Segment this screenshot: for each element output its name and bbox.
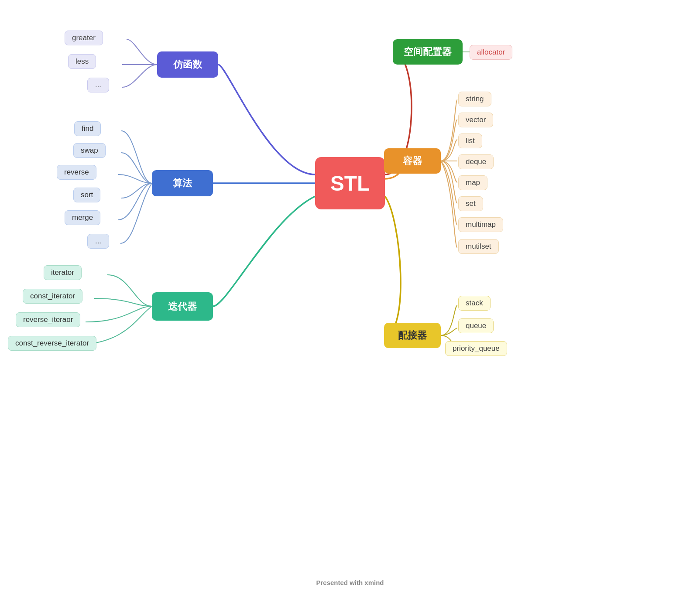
leaf-iterator: iterator bbox=[44, 265, 82, 280]
leaf-mutilset: mutilset bbox=[458, 239, 499, 254]
leaf-string: string bbox=[458, 92, 491, 106]
footer: Presented with xmind bbox=[316, 579, 384, 586]
leaf-merge: merge bbox=[65, 210, 100, 225]
leaf-allocator: allocator bbox=[470, 45, 512, 60]
leaf-vector: vector bbox=[458, 113, 493, 127]
iterator-node: 迭代器 bbox=[152, 292, 213, 321]
leaf-algorithm-etc: ... bbox=[87, 234, 109, 249]
container-node: 容器 bbox=[384, 148, 441, 174]
leaf-swap: swap bbox=[73, 143, 106, 158]
leaf-list: list bbox=[458, 133, 482, 148]
leaf-stack: stack bbox=[458, 296, 491, 311]
leaf-set: set bbox=[458, 196, 483, 211]
leaf-greater: greater bbox=[65, 31, 103, 45]
leaf-functor-etc: ... bbox=[87, 78, 109, 92]
leaf-priority-queue: priority_queue bbox=[445, 341, 507, 356]
leaf-const-iterator: const_iterator bbox=[23, 289, 82, 304]
leaf-sort: sort bbox=[73, 188, 100, 202]
leaf-const-reverse-iterator: const_reverse_iterator bbox=[8, 336, 96, 351]
algorithm-node: 算法 bbox=[152, 170, 213, 196]
leaf-map: map bbox=[458, 175, 487, 190]
leaf-queue: queue bbox=[458, 318, 494, 333]
center-node: STL bbox=[315, 157, 385, 209]
functor-node: 仿函数 bbox=[157, 51, 218, 78]
leaf-deque: deque bbox=[458, 154, 494, 169]
leaf-find: find bbox=[74, 121, 101, 136]
leaf-reverse-iteraor: reverse_iteraor bbox=[16, 312, 80, 327]
adapter-node: 配接器 bbox=[384, 323, 441, 348]
leaf-multimap: multimap bbox=[458, 217, 503, 232]
leaf-less: less bbox=[68, 54, 96, 69]
allocator-node: 空间配置器 bbox=[393, 39, 463, 65]
leaf-reverse: reverse bbox=[57, 165, 96, 180]
